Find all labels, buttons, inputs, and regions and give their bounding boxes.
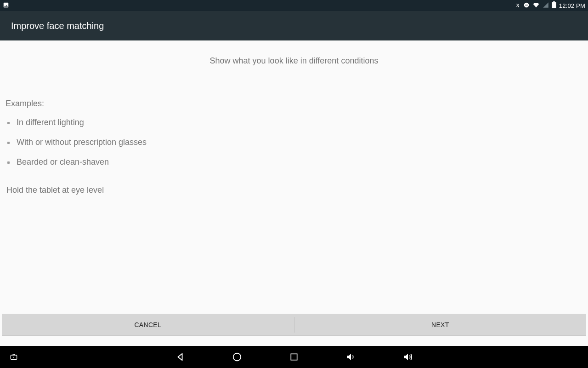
content-area: Show what you look like in different con… (0, 40, 588, 346)
svg-rect-2 (553, 1, 555, 2)
wifi-icon (532, 2, 540, 10)
bluetooth-icon (515, 2, 520, 10)
list-item: In different lighting (6, 118, 586, 127)
instruction-text: Hold the tablet at eye level (6, 185, 586, 195)
list-item: With or without prescription glasses (6, 138, 586, 147)
cellular-icon (543, 2, 549, 10)
clock-text: 12:02 PM (559, 2, 585, 9)
picture-icon (3, 2, 9, 10)
volume-down-button[interactable] (342, 348, 360, 366)
back-button[interactable] (171, 348, 189, 366)
examples-list: In different lighting With or without pr… (6, 118, 586, 167)
next-button[interactable]: Next (294, 314, 587, 335)
do-not-disturb-icon (523, 2, 530, 10)
examples-heading: Examples: (6, 99, 586, 109)
cancel-button[interactable]: Cancel (2, 314, 294, 335)
svg-point-6 (233, 353, 241, 361)
svg-rect-1 (525, 5, 528, 5)
svg-rect-3 (552, 2, 556, 8)
volume-up-button[interactable] (399, 348, 417, 366)
list-item: Bearded or clean-shaven (6, 157, 586, 167)
screenshot-icon[interactable] (5, 348, 23, 366)
subtitle: Show what you look like in different con… (2, 56, 586, 66)
button-bar: Cancel Next (2, 314, 586, 336)
navigation-bar (0, 346, 588, 368)
home-button[interactable] (228, 348, 246, 366)
app-bar: Improve face matching (0, 11, 588, 40)
status-bar: 12:02 PM (0, 0, 588, 11)
battery-icon (552, 1, 556, 10)
recent-apps-button[interactable] (285, 348, 303, 366)
page-title: Improve face matching (11, 21, 104, 31)
svg-point-5 (13, 357, 14, 358)
svg-rect-7 (291, 354, 297, 360)
